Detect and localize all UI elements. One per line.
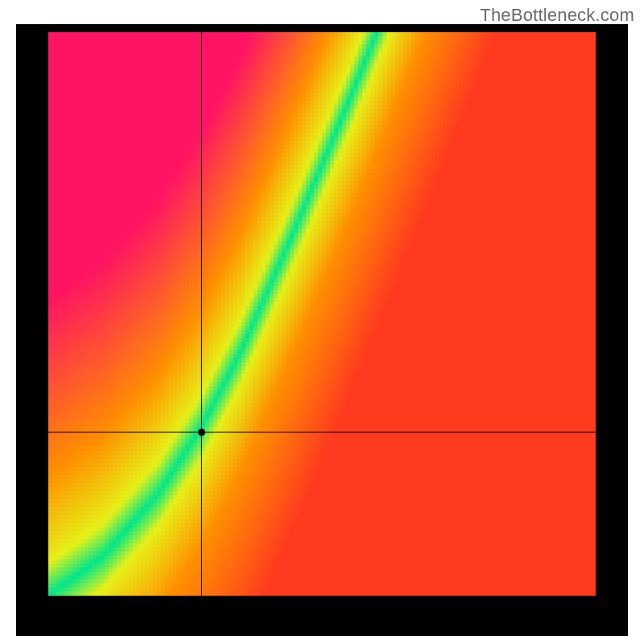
marker-dot [198, 429, 205, 436]
heatmap-plot [48, 32, 596, 596]
overlay-layer [48, 32, 596, 596]
watermark-text: TheBottleneck.com [480, 5, 634, 26]
chart-frame [16, 24, 628, 636]
